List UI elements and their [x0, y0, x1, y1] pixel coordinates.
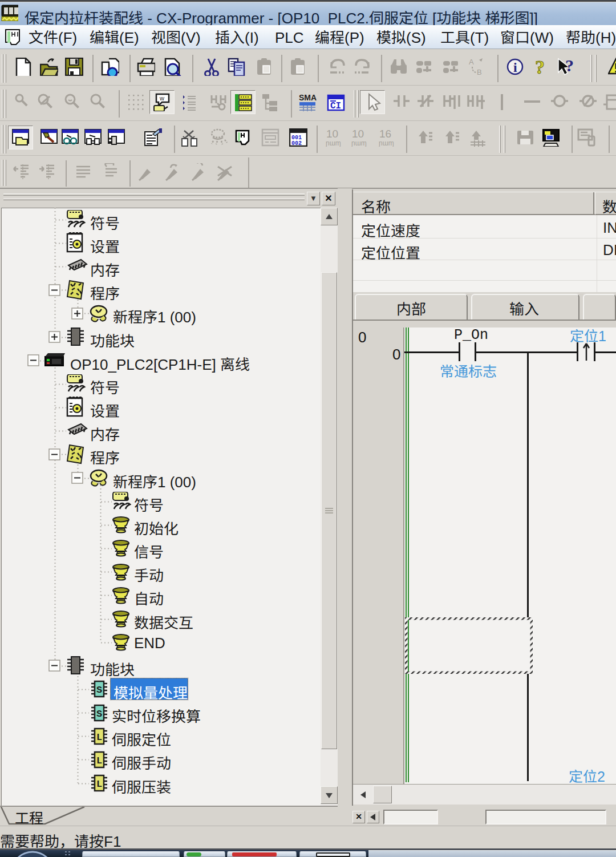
svg-text:?: ?: [535, 58, 545, 76]
svg-text:L: L: [96, 732, 102, 743]
svg-text:S: S: [96, 709, 102, 719]
svg-text:B: B: [477, 68, 482, 76]
svg-text:16: 16: [379, 128, 391, 140]
svg-text:10: 10: [326, 128, 338, 140]
svg-text:CI: CI: [330, 101, 341, 111]
svg-text:ɲɯɱ: ɲɯɱ: [351, 139, 367, 147]
svg-text:A: A: [469, 58, 474, 66]
svg-text:S: S: [96, 685, 102, 696]
svg-text:L: L: [96, 755, 102, 766]
svg-text:ɲɯɱ: ɲɯɱ: [378, 139, 394, 147]
svg-text:SMA: SMA: [299, 93, 317, 102]
svg-text:002: 002: [291, 140, 302, 147]
svg-text:10: 10: [352, 128, 364, 140]
svg-text:?: ?: [565, 58, 574, 75]
svg-text:i: i: [513, 60, 517, 75]
svg-text:w: w: [159, 95, 164, 102]
svg-text:L: L: [96, 779, 102, 790]
svg-text:ɲɯɱ: ɲɯɱ: [325, 139, 341, 147]
